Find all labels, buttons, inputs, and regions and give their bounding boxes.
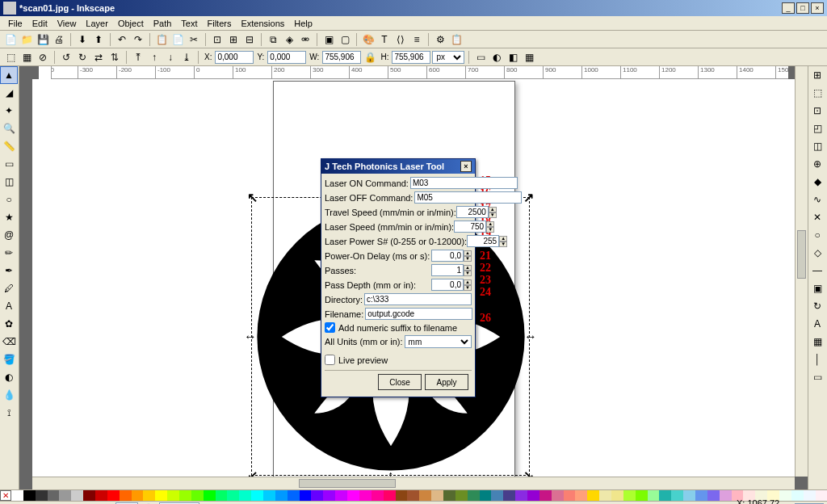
- deselect-icon[interactable]: ⊘: [36, 50, 50, 65]
- menu-help[interactable]: Help: [289, 19, 317, 28]
- color-swatch[interactable]: [239, 490, 251, 501]
- travel-speed-spinner[interactable]: ▲▼: [489, 207, 497, 218]
- color-swatch[interactable]: [120, 490, 132, 501]
- color-swatch[interactable]: [552, 490, 564, 501]
- unit-select[interactable]: px: [432, 51, 464, 64]
- color-swatch[interactable]: [23, 490, 36, 501]
- menu-text[interactable]: Text: [176, 19, 202, 28]
- snap-smooth-icon[interactable]: ○: [808, 226, 826, 244]
- snap-corner-icon[interactable]: ◰: [808, 120, 826, 137]
- align-icon[interactable]: ≡: [409, 32, 424, 47]
- color-swatch[interactable]: [71, 490, 83, 501]
- color-swatch[interactable]: [539, 490, 552, 501]
- power-delay-input[interactable]: [431, 250, 464, 262]
- select-layer-icon[interactable]: ▦: [19, 50, 34, 65]
- zoom-fit-icon[interactable]: ⊡: [210, 32, 225, 47]
- color-swatch[interactable]: [83, 490, 95, 501]
- color-swatch[interactable]: [407, 490, 419, 501]
- new-file-icon[interactable]: 📄: [3, 32, 18, 47]
- units-select[interactable]: mm: [405, 335, 472, 348]
- color-swatch[interactable]: [107, 490, 120, 501]
- snap-page-icon[interactable]: ▭: [808, 368, 826, 386]
- snap-path-icon[interactable]: ∿: [808, 191, 826, 208]
- laser-on-input[interactable]: [410, 177, 518, 189]
- directory-input[interactable]: [364, 293, 472, 305]
- selection-handle-tr[interactable]: ↗: [523, 190, 534, 205]
- snap-edge-icon[interactable]: ⊡: [808, 102, 826, 120]
- color-swatch[interactable]: [300, 490, 312, 501]
- menu-view[interactable]: View: [52, 19, 82, 28]
- redo-icon[interactable]: ↷: [131, 32, 145, 47]
- color-swatch[interactable]: [216, 490, 228, 501]
- export-icon[interactable]: ⬆: [91, 32, 106, 47]
- x-input[interactable]: [215, 51, 254, 64]
- snap-object-icon[interactable]: ▣: [808, 279, 826, 297]
- duplicate-icon[interactable]: ⧉: [266, 32, 280, 47]
- star-tool-icon[interactable]: ★: [0, 208, 18, 226]
- open-file-icon[interactable]: 📁: [19, 32, 34, 47]
- snap-line-mid-icon[interactable]: —: [808, 262, 826, 279]
- color-swatch[interactable]: [491, 490, 503, 501]
- raise-top-icon[interactable]: ⤒: [131, 50, 145, 65]
- power-delay-spinner[interactable]: ▲▼: [464, 250, 472, 262]
- tweak-tool-icon[interactable]: ✦: [0, 102, 18, 120]
- bucket-tool-icon[interactable]: 🪣: [0, 351, 18, 368]
- color-swatch[interactable]: [683, 490, 695, 501]
- flip-v-icon[interactable]: ⇅: [107, 50, 122, 65]
- color-swatch[interactable]: [443, 490, 455, 501]
- node-tool-icon[interactable]: ◢: [0, 84, 18, 102]
- color-swatch[interactable]: [372, 490, 384, 501]
- scrollbar-horizontal[interactable]: [32, 477, 795, 489]
- pass-depth-spinner[interactable]: ▲▼: [464, 279, 472, 291]
- color-swatch[interactable]: [587, 490, 599, 501]
- select-all-icon[interactable]: ⬚: [3, 50, 18, 65]
- ungroup-icon[interactable]: ▢: [338, 32, 352, 47]
- flip-h-icon[interactable]: ⇄: [91, 50, 106, 65]
- color-swatch[interactable]: [384, 490, 396, 501]
- color-swatch[interactable]: [323, 490, 335, 501]
- snap-node-icon[interactable]: ◆: [808, 173, 826, 191]
- laser-speed-input[interactable]: [454, 220, 486, 233]
- dialog-titlebar[interactable]: J Tech Photonics Laser Tool ×: [321, 159, 475, 174]
- measure-tool-icon[interactable]: 📏: [0, 137, 18, 155]
- color-swatch[interactable]: [599, 490, 611, 501]
- 3dbox-tool-icon[interactable]: ◫: [0, 173, 18, 191]
- calligraphy-tool-icon[interactable]: 🖊: [0, 279, 18, 297]
- maximize-button[interactable]: □: [796, 2, 809, 14]
- pencil-tool-icon[interactable]: ✏: [0, 244, 18, 262]
- color-swatch[interactable]: [671, 490, 683, 501]
- laser-power-input[interactable]: [467, 235, 499, 247]
- cut-icon[interactable]: ✂: [187, 32, 201, 47]
- color-swatch[interactable]: [95, 490, 107, 501]
- spray-tool-icon[interactable]: ✿: [0, 315, 18, 333]
- selection-handle-tl[interactable]: ↖: [247, 190, 258, 205]
- bezier-tool-icon[interactable]: ✒: [0, 262, 18, 279]
- snap-cusp-icon[interactable]: ◇: [808, 244, 826, 262]
- color-swatch[interactable]: [503, 490, 515, 501]
- fill-stroke-icon[interactable]: 🎨: [361, 32, 376, 47]
- save-file-icon[interactable]: 💾: [36, 32, 50, 47]
- suffix-checkbox[interactable]: [325, 322, 335, 333]
- color-swatch[interactable]: [263, 490, 275, 501]
- w-input[interactable]: [322, 51, 361, 64]
- color-swatch[interactable]: [143, 490, 155, 501]
- color-swatch[interactable]: [480, 490, 492, 501]
- lower-icon[interactable]: ↓: [163, 50, 178, 65]
- color-swatch[interactable]: [59, 490, 71, 501]
- color-swatch[interactable]: [227, 490, 239, 501]
- selection-handle-mr[interactable]: ↔: [524, 330, 537, 344]
- snap-rotation-icon[interactable]: ↻: [808, 297, 826, 315]
- laser-off-input[interactable]: [414, 191, 522, 204]
- import-icon[interactable]: ⬇: [75, 32, 90, 47]
- raise-icon[interactable]: ↑: [147, 50, 162, 65]
- spiral-tool-icon[interactable]: @: [0, 226, 18, 244]
- close-button[interactable]: ×: [811, 2, 824, 14]
- color-swatch[interactable]: [527, 490, 539, 501]
- affect-corners-icon[interactable]: ◐: [489, 50, 504, 65]
- dialog-close-button[interactable]: Close: [378, 374, 422, 390]
- minimize-button[interactable]: _: [782, 2, 795, 14]
- no-color-swatch[interactable]: ✕: [0, 490, 11, 501]
- preview-checkbox[interactable]: [325, 355, 335, 365]
- passes-input[interactable]: [431, 264, 464, 276]
- color-swatch[interactable]: [179, 490, 191, 501]
